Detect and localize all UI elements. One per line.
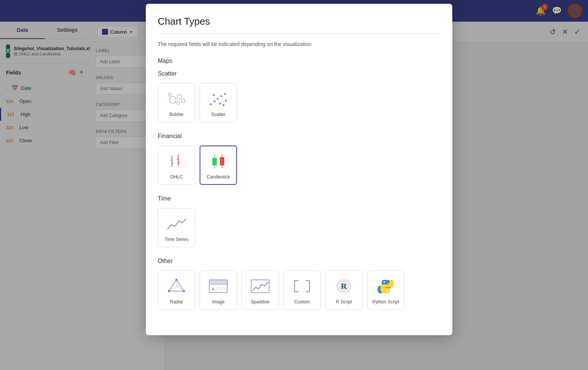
svg-point-8 xyxy=(213,94,215,96)
svg-line-29 xyxy=(176,286,184,291)
chart-card-bubble[interactable]: Bubble xyxy=(158,83,195,122)
image-icon xyxy=(207,276,230,296)
custom-label: Custom xyxy=(294,299,310,305)
chart-types-modal: Chart Types The required fields will be … xyxy=(146,4,452,335)
scatter-icon xyxy=(207,88,230,109)
chart-card-timeseries[interactable]: Time Series xyxy=(158,208,195,247)
chart-card-candlestick[interactable]: Candlestick xyxy=(200,146,237,185)
svg-line-30 xyxy=(169,286,176,291)
svg-text:R: R xyxy=(341,281,347,291)
section-scatter: Scatter Bubble xyxy=(158,70,440,122)
chart-card-rscript[interactable]: R R Script xyxy=(325,270,363,310)
svg-point-11 xyxy=(224,93,226,95)
svg-point-9 xyxy=(221,95,222,97)
section-maps: Maps xyxy=(158,58,440,64)
section-financial: Financial OHLC xyxy=(158,133,440,185)
svg-point-4 xyxy=(181,99,185,103)
custom-icon xyxy=(291,276,313,296)
svg-point-3 xyxy=(168,93,171,96)
candlestick-label: Candlestick xyxy=(207,174,230,180)
ohlc-label: OHLC xyxy=(170,174,182,180)
section-title-scatter: Scatter xyxy=(158,70,440,77)
section-other: Other Radial xyxy=(158,258,440,310)
chart-card-radial[interactable]: Radial xyxy=(158,270,195,310)
ohlc-icon xyxy=(165,151,188,171)
section-title-maps: Maps xyxy=(158,58,440,64)
section-title-financial: Financial xyxy=(158,133,440,140)
timeseries-label: Time Series xyxy=(164,237,188,242)
chart-card-sparkline[interactable]: Sparkline xyxy=(241,270,279,310)
bubble-label: Bubble xyxy=(169,112,183,117)
svg-point-1 xyxy=(177,95,182,99)
sparkline-label: Sparkline xyxy=(251,299,270,305)
time-grid: Time Series xyxy=(158,208,440,247)
svg-point-34 xyxy=(212,288,215,291)
svg-rect-21 xyxy=(212,158,217,165)
modal-divider xyxy=(158,33,440,34)
svg-point-0 xyxy=(169,97,176,103)
svg-point-12 xyxy=(225,100,227,101)
rscript-label: R Script xyxy=(336,299,352,305)
chart-card-ohlc[interactable]: OHLC xyxy=(158,146,195,185)
candlestick-icon xyxy=(207,151,230,171)
svg-point-10 xyxy=(219,103,221,104)
svg-point-2 xyxy=(177,101,180,104)
section-title-time: Time xyxy=(158,195,440,202)
svg-point-6 xyxy=(214,100,216,102)
section-time: Time Time Series xyxy=(158,195,440,247)
pythonscript-icon xyxy=(375,276,397,296)
chart-card-pythonscript[interactable]: Python Script xyxy=(367,270,404,310)
svg-rect-32 xyxy=(209,280,227,284)
modal-subtitle: The required fields will be indicated de… xyxy=(158,41,440,47)
timeseries-icon xyxy=(165,213,188,234)
chart-card-image[interactable]: Image xyxy=(200,270,237,310)
radial-label: Radial xyxy=(170,299,183,305)
chart-card-scatter[interactable]: Scatter xyxy=(200,83,237,122)
financial-grid: OHLC Candlestick xyxy=(158,146,440,185)
svg-point-7 xyxy=(217,98,219,100)
pythonscript-label: Python Script xyxy=(372,299,399,305)
modal-title: Chart Types xyxy=(158,16,440,27)
radial-icon xyxy=(165,276,188,296)
scatter-grid: Bubble Scatter xyxy=(158,83,440,122)
rscript-icon: R xyxy=(333,276,355,296)
svg-rect-23 xyxy=(220,157,224,165)
sparkline-icon xyxy=(249,276,271,296)
scatter-label: Scatter xyxy=(211,112,225,117)
section-title-other: Other xyxy=(158,258,440,264)
svg-point-5 xyxy=(210,103,212,105)
chart-card-custom[interactable]: Custom xyxy=(283,270,321,310)
bubble-icon xyxy=(165,88,188,109)
svg-point-13 xyxy=(223,104,225,106)
other-grid: Radial Image xyxy=(158,270,440,310)
image-label: Image xyxy=(212,299,224,305)
